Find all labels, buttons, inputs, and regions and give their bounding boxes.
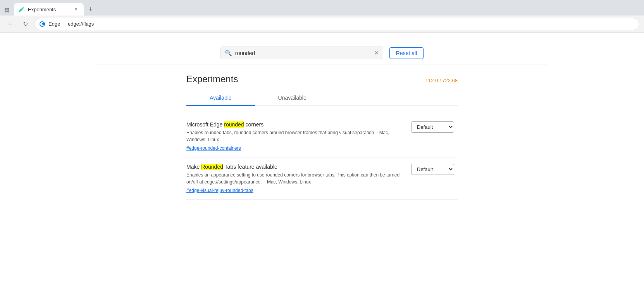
back-button[interactable]: ← — [5, 18, 16, 30]
reset-all-button[interactable]: Reset all — [389, 47, 424, 59]
experiments-header: Experiments 112.0.1722.68 — [186, 64, 458, 91]
svg-rect-2 — [5, 10, 7, 12]
search-clear-button[interactable]: ✕ — [374, 49, 379, 57]
svg-rect-0 — [5, 8, 7, 10]
edge-label: Edge — [48, 21, 60, 27]
flag-select-dropdown-1[interactable]: Default Enabled Disabled — [411, 121, 454, 133]
flag-highlight-2: Rounded — [201, 164, 223, 170]
search-box: 🔍 ✕ — [220, 47, 383, 59]
edge-logo-icon — [39, 21, 45, 27]
address-divider: | — [63, 21, 65, 27]
tab-favicon: 🧪 — [19, 6, 25, 12]
flag-title-after-2: Tabs feature available — [223, 164, 277, 170]
flags-list: Microsoft Edge rounded corners Enables r… — [186, 106, 458, 200]
toolbar: ← ↻ Edge | edge://flags — [0, 16, 644, 33]
address-text: edge://flags — [68, 21, 634, 27]
page-title: Experiments — [186, 74, 238, 85]
flag-select-2[interactable]: Default Enabled Disabled — [411, 164, 458, 175]
new-tab-button[interactable]: + — [85, 4, 96, 15]
tab-title: Experiments — [28, 7, 70, 12]
search-icon: 🔍 — [225, 50, 232, 57]
flag-desc-1: Enables rounded tabs, rounded corners ar… — [186, 129, 402, 143]
flag-item-rounded-tabs: Make Rounded Tabs feature available Enab… — [186, 157, 458, 200]
flag-desc-2: Enables an appearance setting to use rou… — [186, 171, 402, 185]
flag-select-1[interactable]: Default Enabled Disabled — [411, 121, 458, 133]
svg-rect-3 — [7, 10, 9, 12]
page-content: 🔍 ✕ Reset all Experiments 112.0.1722.68 … — [0, 33, 644, 301]
version-text: 112.0.1722.68 — [425, 78, 458, 83]
address-bar[interactable]: Edge | edge://flags — [34, 18, 639, 30]
flag-highlight-1: rounded — [224, 121, 244, 128]
search-bar-area: 🔍 ✕ Reset all — [97, 40, 547, 64]
flag-title-2: Make Rounded Tabs feature available — [186, 164, 402, 170]
flag-link-2[interactable]: #edge-visual-rejuv-rounded-tabs — [186, 188, 253, 193]
tab-close-button[interactable]: × — [73, 6, 79, 12]
flag-title-before-1: Microsoft Edge — [186, 121, 224, 128]
svg-rect-1 — [7, 8, 9, 10]
flag-select-dropdown-2[interactable]: Default Enabled Disabled — [411, 164, 454, 175]
flag-content-2: Make Rounded Tabs feature available Enab… — [186, 164, 402, 193]
tab-available[interactable]: Available — [186, 91, 255, 106]
flag-title-after-1: corners — [244, 121, 264, 128]
flag-title-1: Microsoft Edge rounded corners — [186, 121, 402, 128]
flag-title-before-2: Make — [186, 164, 201, 170]
flag-item-edge-rounded-corners: Microsoft Edge rounded corners Enables r… — [186, 115, 458, 157]
tab-unavailable[interactable]: Unavailable — [255, 91, 330, 106]
active-tab[interactable]: 🧪 Experiments × — [14, 3, 84, 16]
search-input[interactable] — [235, 50, 371, 56]
tab-navigation: Available Unavailable — [186, 91, 458, 106]
reload-button[interactable]: ↻ — [19, 18, 31, 30]
flag-content-1: Microsoft Edge rounded corners Enables r… — [186, 121, 402, 151]
tab-group-icon — [3, 6, 11, 14]
browser-chrome: 🧪 Experiments × + ← ↻ Edge | edge://flag… — [0, 0, 644, 33]
tab-bar: 🧪 Experiments × + — [0, 0, 644, 16]
flag-link-1[interactable]: #edge-rounded-containers — [186, 145, 241, 151]
